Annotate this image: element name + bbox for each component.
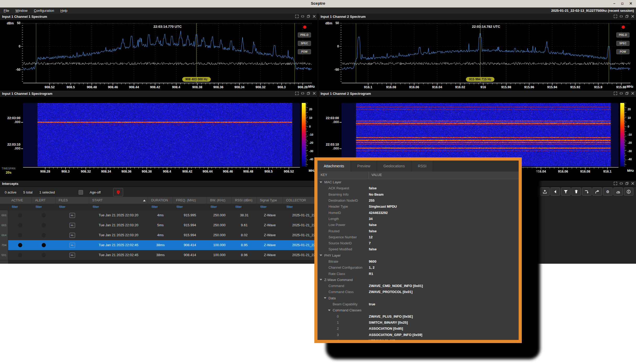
spec-button[interactable]: SPEC: [298, 41, 311, 46]
pred-button[interactable]: PRE-D: [298, 32, 311, 37]
spectrum-plot[interactable]: 22:03:14.770 UTCPRE-DSPECPOW908 403 000 …: [23, 23, 312, 83]
column-header-files[interactable]: FILES: [56, 197, 89, 204]
close-icon[interactable]: [631, 15, 634, 18]
tree-row[interactable]: Routedfalse: [317, 228, 519, 234]
filter-link[interactable]: filter: [148, 204, 158, 210]
float-icon[interactable]: [619, 182, 623, 185]
measure-button[interactable]: [613, 187, 623, 196]
menu-window[interactable]: Window: [15, 9, 28, 13]
file-badge[interactable]: 01.: [70, 253, 75, 258]
expand-icon[interactable]: [614, 15, 617, 18]
filter-link[interactable]: filter: [89, 204, 99, 210]
column-header-bw-khz[interactable]: BW. (KHz): [207, 197, 232, 204]
float-icon[interactable]: [301, 15, 304, 18]
filter-link[interactable]: filter: [283, 204, 293, 210]
tree-row[interactable]: Header TypeSinglecast MPDU: [317, 203, 519, 209]
menu-configuration[interactable]: Configuration: [34, 9, 54, 13]
column-header-freq-mhz[interactable]: FREQ. (MHz): [173, 197, 207, 204]
waterfall-canvas[interactable]: [23, 103, 300, 166]
file-badge[interactable]: 01.: [70, 223, 75, 228]
tree-row[interactable]: Sequence Number12: [317, 234, 519, 240]
tree-row[interactable]: Length34: [317, 216, 519, 222]
pow-button[interactable]: POW: [616, 49, 629, 54]
close-icon[interactable]: [312, 15, 316, 18]
filter-link[interactable]: filter: [56, 204, 65, 210]
column-header-active[interactable]: ACTIVE: [8, 197, 32, 204]
restore-icon[interactable]: [307, 92, 310, 95]
column-header-signal-type[interactable]: Signal Type: [257, 197, 283, 204]
pow-button[interactable]: POW: [298, 49, 311, 54]
chevron-down-icon[interactable]: [324, 297, 326, 299]
spectrum-plot[interactable]: 22:03:14.782 UTCPRE-DSPECPOW915 994 715 …: [342, 23, 630, 83]
close-icon[interactable]: [631, 92, 634, 95]
column-header-duration[interactable]: DURATION: [148, 197, 173, 204]
filter-link[interactable]: filter: [32, 204, 42, 210]
waterfall-canvas[interactable]: [342, 103, 618, 166]
tree-row[interactable]: MAC Layer: [317, 179, 519, 185]
column-header-start[interactable]: START: [89, 197, 148, 204]
filter-button[interactable]: [561, 187, 571, 196]
audio-button[interactable]: [551, 187, 560, 196]
tree-row[interactable]: 0ZWAVE_PLUS_INFO [0x5E]: [317, 313, 519, 319]
tab-preview[interactable]: Preview: [351, 161, 377, 172]
filter-link[interactable]: filter: [173, 204, 183, 210]
tree-row[interactable]: CommandZWAVE_CMD_NODE_INFO [0x01]: [317, 283, 519, 289]
expand-icon[interactable]: [614, 92, 617, 95]
column-header-alert[interactable]: ALERT: [32, 197, 56, 204]
tree-row[interactable]: PHY Layer: [317, 252, 519, 258]
route-button[interactable]: [582, 187, 591, 196]
tree-row[interactable]: HomeID4244633292: [317, 209, 519, 216]
table-row[interactable]: 66401.Tue Jan 21 2025 22:03:204ms915.994…: [0, 230, 333, 240]
chevron-down-icon[interactable]: [320, 181, 322, 183]
tree-row[interactable]: Z-Wave Command: [317, 277, 519, 283]
close-icon[interactable]: ✕: [629, 1, 632, 6]
expand-icon[interactable]: [614, 182, 617, 185]
float-icon[interactable]: [301, 92, 304, 95]
filter-link[interactable]: filter: [232, 204, 242, 210]
table-row[interactable]: 59101.Tue Jan 21 2025 22:02:4538ms908.41…: [0, 250, 333, 260]
tree-row[interactable]: Beaming InfoNo Beam: [317, 191, 519, 197]
file-badge[interactable]: 01.: [70, 243, 75, 248]
age-off-checkbox[interactable]: [79, 190, 83, 195]
tree-row[interactable]: ACK Requestfalse: [317, 185, 519, 191]
tab-geolocations[interactable]: Geolocations: [377, 161, 412, 172]
info-button[interactable]: [624, 187, 633, 196]
table-row[interactable]: 70401.Tue Jan 21 2025 22:02:4538ms908.41…: [0, 240, 333, 250]
spec-button[interactable]: SPEC: [616, 41, 629, 46]
settings-button[interactable]: ⚙: [603, 187, 612, 196]
tab-rssi[interactable]: RSSI: [412, 161, 433, 172]
tree-row[interactable]: Command ClassZWAVE_PROTOCOL [0x01]: [317, 289, 519, 295]
chevron-down-icon[interactable]: [328, 310, 331, 311]
marker-frequency-pill[interactable]: 915 994 715 Hz: [466, 77, 495, 82]
restore-icon[interactable]: [307, 15, 310, 18]
restore-icon[interactable]: ◻: [621, 1, 623, 6]
delete-button[interactable]: [572, 187, 581, 196]
tree-row[interactable]: 2ASSOCIATION [0x85]: [317, 326, 519, 332]
filter-link[interactable]: filter: [257, 204, 267, 210]
chevron-down-icon[interactable]: [320, 279, 322, 280]
pred-button[interactable]: PRE-D: [616, 32, 629, 37]
record-pin-button[interactable]: [113, 188, 123, 196]
restore-icon[interactable]: [625, 182, 629, 185]
tree-row[interactable]: Low Powerfalse: [317, 222, 519, 228]
minimize-icon[interactable]: –: [613, 1, 615, 6]
file-badge[interactable]: 01.: [70, 233, 75, 238]
tree-row[interactable]: Speed Modifiedfalse: [317, 246, 519, 252]
tab-attachments[interactable]: Attachments: [317, 161, 351, 172]
tree-row[interactable]: Rate ClassR1: [317, 271, 519, 277]
tree-row[interactable]: 1SWITCH_BINARY [0x25]: [317, 319, 519, 326]
marker-frequency-pill[interactable]: 908 403 000 Hz: [182, 77, 211, 82]
tree-row[interactable]: 4VERSION [0x86]: [317, 338, 519, 340]
tree-row[interactable]: Bitrate9600: [317, 258, 519, 264]
menu-help[interactable]: Help: [61, 9, 68, 13]
tree-row[interactable]: Destination NodeID255: [317, 197, 519, 203]
column-header-rssi-dbm[interactable]: RSSI (dBm): [232, 197, 257, 204]
restore-icon[interactable]: [625, 92, 629, 95]
export-button[interactable]: [540, 187, 550, 196]
file-badge[interactable]: 01.: [70, 213, 75, 218]
tree-row[interactable]: 3ASSOCIATION_GRP_INFO [0x59]: [317, 332, 519, 338]
filter-link[interactable]: filter: [8, 204, 18, 210]
expand-icon[interactable]: [295, 15, 299, 18]
tree-row[interactable]: Data: [317, 295, 519, 301]
menu-file[interactable]: File: [4, 9, 9, 13]
